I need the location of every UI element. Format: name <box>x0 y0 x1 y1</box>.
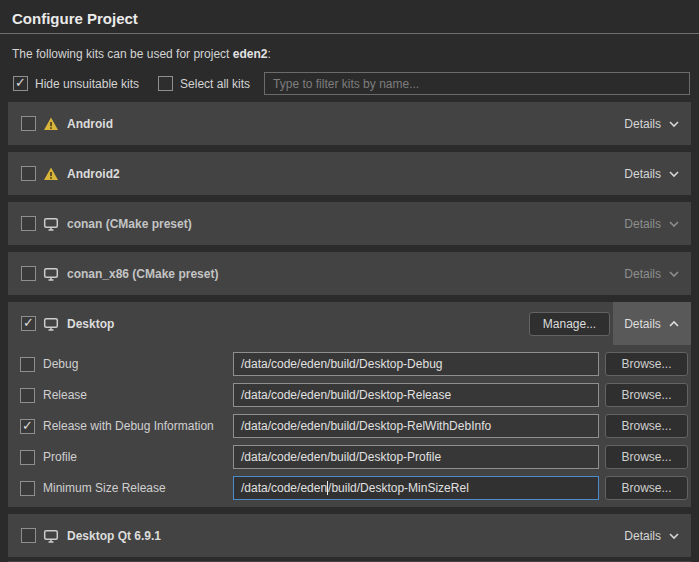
build-dir-input[interactable]: /data/code/eden/build/Desktop-Debug <box>233 352 599 376</box>
desktop-icon <box>43 528 59 544</box>
config-label: Release <box>43 388 233 402</box>
build-dir-input[interactable]: /data/code/eden/build/Desktop-Profile <box>233 445 599 469</box>
kit-row-android2[interactable]: Android2 Details <box>8 152 691 195</box>
kit-header-desktop[interactable]: Desktop Manage... Details <box>8 302 691 345</box>
details-label: Details <box>624 317 661 331</box>
kits-description-text: The following kits can be used for proje… <box>12 47 233 61</box>
config-row-relwithdebinfo: Release with Debug Information /data/cod… <box>20 414 688 438</box>
kit-row-android[interactable]: Android Details <box>8 102 691 145</box>
details-label: Details <box>624 117 661 131</box>
path-before-caret: /data/code/eden <box>241 481 327 495</box>
dialog-header: Configure Project <box>0 0 699 34</box>
browse-button[interactable]: Browse... <box>605 445 688 469</box>
kit-filter-input[interactable] <box>264 72 690 95</box>
browse-button[interactable]: Browse... <box>605 352 688 376</box>
select-all-label[interactable]: Select all kits <box>180 77 250 91</box>
details-label: Details <box>624 267 661 281</box>
config-label: Debug <box>43 357 233 371</box>
config-checkbox[interactable] <box>20 419 35 434</box>
config-checkbox[interactable] <box>20 481 35 496</box>
config-checkbox[interactable] <box>20 357 35 372</box>
kit-name: Desktop <box>67 317 114 331</box>
kit-checkbox[interactable] <box>21 316 36 331</box>
details-label: Details <box>624 167 661 181</box>
build-dir-input[interactable]: /data/code/eden/build/Desktop-Release <box>233 383 599 407</box>
path-after-caret: /build/Desktop-MinSizeRel <box>328 481 469 495</box>
config-row-minsizerel: Minimum Size Release /data/code/eden/bui… <box>20 476 688 500</box>
kit-name: conan_x86 (CMake preset) <box>67 267 218 281</box>
details-label: Details <box>624 529 661 543</box>
kit-checkbox[interactable] <box>21 116 36 131</box>
kits-toolbar: Hide unsuitable kits Select all kits <box>13 72 690 95</box>
config-row-debug: Debug /data/code/eden/build/Desktop-Debu… <box>20 352 688 376</box>
config-row-profile: Profile /data/code/eden/build/Desktop-Pr… <box>20 445 688 469</box>
details-button[interactable]: Details <box>624 529 680 543</box>
details-button[interactable]: Details <box>624 267 680 281</box>
kit-name: Android2 <box>67 167 120 181</box>
config-label: Minimum Size Release <box>43 481 233 495</box>
kit-checkbox[interactable] <box>21 266 36 281</box>
manage-button[interactable]: Manage... <box>529 312 610 336</box>
kit-name: Android <box>67 117 113 131</box>
kit-row-conan-x86[interactable]: conan_x86 (CMake preset) Details <box>8 252 691 295</box>
kit-row-desktop: Desktop Manage... Details Debug /data/co… <box>8 302 691 507</box>
chevron-down-icon <box>668 270 680 278</box>
chevron-down-icon <box>668 220 680 228</box>
browse-button[interactable]: Browse... <box>605 414 688 438</box>
kits-description: The following kits can be used for proje… <box>12 47 687 62</box>
kit-name: conan (CMake preset) <box>67 217 192 231</box>
hide-unsuitable-label[interactable]: Hide unsuitable kits <box>35 77 139 91</box>
chevron-up-icon <box>668 320 680 328</box>
kits-description-colon: : <box>267 47 270 61</box>
config-checkbox[interactable] <box>20 388 35 403</box>
config-row-release: Release /data/code/eden/build/Desktop-Re… <box>20 383 688 407</box>
details-button[interactable]: Details <box>624 117 680 131</box>
desktop-icon <box>43 216 59 232</box>
browse-button[interactable]: Browse... <box>605 383 688 407</box>
select-all-checkbox[interactable] <box>158 76 173 91</box>
build-dir-input[interactable]: /data/code/eden/build/Desktop-RelWithDeb… <box>233 414 599 438</box>
chevron-down-icon <box>668 532 680 540</box>
chevron-down-icon <box>668 120 680 128</box>
warning-icon <box>43 166 59 182</box>
details-button-expanded[interactable]: Details <box>613 302 691 345</box>
project-name: eden2 <box>233 47 268 61</box>
kit-row-conan[interactable]: conan (CMake preset) Details <box>8 202 691 245</box>
page-title: Configure Project <box>12 9 687 28</box>
kit-checkbox[interactable] <box>21 528 36 543</box>
kit-list: Android Details Android2 Details conan (… <box>8 102 691 557</box>
config-label: Release with Debug Information <box>43 419 233 433</box>
build-dir-input-focused[interactable]: /data/code/eden/build/Desktop-MinSizeRel <box>233 476 599 500</box>
hide-unsuitable-checkbox[interactable] <box>13 76 28 91</box>
config-checkbox[interactable] <box>20 450 35 465</box>
chevron-down-icon <box>668 170 680 178</box>
details-label: Details <box>624 217 661 231</box>
build-config-list: Debug /data/code/eden/build/Desktop-Debu… <box>8 345 691 507</box>
details-button[interactable]: Details <box>624 217 680 231</box>
desktop-icon <box>43 316 59 332</box>
config-label: Profile <box>43 450 233 464</box>
desktop-icon <box>43 266 59 282</box>
details-button[interactable]: Details <box>624 167 680 181</box>
kit-checkbox[interactable] <box>21 216 36 231</box>
kit-name: Desktop Qt 6.9.1 <box>67 529 161 543</box>
kit-row-desktop-qt[interactable]: Desktop Qt 6.9.1 Details <box>8 514 691 557</box>
warning-icon <box>43 116 59 132</box>
kit-checkbox[interactable] <box>21 166 36 181</box>
browse-button[interactable]: Browse... <box>605 476 688 500</box>
